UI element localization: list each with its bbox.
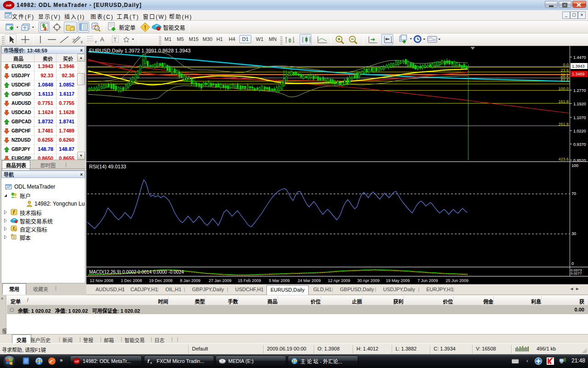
svg-text:70: 70 [571,191,576,196]
svg-text:19 Dec 2008: 19 Dec 2008 [149,278,172,283]
svg-text:T: T [113,37,117,42]
svg-text:161.8: 161.8 [558,99,569,104]
svg-text:0.0277: 0.0277 [571,271,582,276]
svg-text:12 Apr 2009: 12 Apr 2009 [328,278,351,283]
svg-text:MACD(12,26,9) 0.0002 0.0014 0.: MACD(12,26,9) 0.0002 0.0014 0.0000 -0.00… [89,270,184,275]
svg-text:12 Nov 2008: 12 Nov 2008 [90,278,113,283]
svg-text:1.0220: 1.0220 [573,129,586,133]
svg-text:24 Mar 2009: 24 Mar 2009 [298,278,321,283]
svg-text:odl: odl [75,360,79,363]
svg-text:100: 100 [571,163,578,168]
svg-text:EURUSD,Daily 1.3972 1.3991 0.: EURUSD,Daily 1.3972 1.3991 0.8628 1.3943 [89,48,191,53]
svg-text:15 Feb 2009: 15 Feb 2009 [238,278,261,283]
svg-text:423.6: 423.6 [558,157,569,161]
svg-text:1.1920: 1.1920 [573,102,586,106]
svg-text:RSI(14) 49.0133: RSI(14) 49.0133 [89,164,126,169]
svg-text:19 May 2009: 19 May 2009 [386,278,410,283]
svg-text:!: ! [144,24,146,31]
svg-text:1.4470: 1.4470 [573,55,586,60]
svg-text:0: 0 [571,261,574,266]
svg-text:61.8: 61.8 [560,78,569,83]
svg-text:0.0: 0.0 [563,63,569,67]
svg-text:261.8: 261.8 [558,122,569,126]
svg-text:f: f [147,358,150,364]
svg-text:1.1070: 1.1070 [573,115,586,120]
svg-text:25 Jun 2009: 25 Jun 2009 [446,278,469,283]
svg-text:7 Jun 2009: 7 Jun 2009 [418,278,438,283]
svg-text:23.6: 23.6 [560,68,569,73]
svg-text:5 Mar 2009: 5 Mar 2009 [269,278,290,283]
svg-text:1 Dec 2008: 1 Dec 2008 [121,278,142,283]
svg-text:F: F [95,40,97,44]
svg-text:E: E [81,40,83,44]
svg-text:0.8520: 0.8520 [573,158,586,163]
svg-text:1.2770: 1.2770 [573,88,586,93]
svg-text:x: x [150,361,152,364]
svg-text:100.0: 100.0 [558,86,569,91]
svg-text:8 Jan 2009: 8 Jan 2009 [180,278,201,283]
svg-text:1.3943: 1.3943 [572,64,585,69]
svg-text:0.9370: 0.9370 [573,142,586,147]
svg-text:1.3469: 1.3469 [572,72,585,76]
svg-text:27 Jan 2009: 27 Jan 2009 [209,278,232,283]
svg-text:30: 30 [571,231,576,236]
svg-text:odl: odl [6,3,12,7]
svg-text:30 Apr 2009: 30 Apr 2009 [357,278,380,283]
